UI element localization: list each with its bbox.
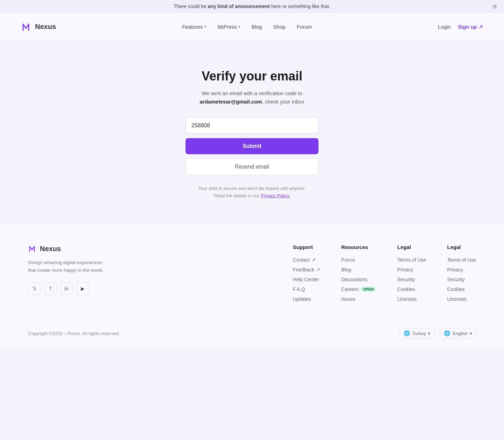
privacy-policy-link[interactable]: Privacy Policy. <box>261 193 290 198</box>
privacy-note: Your data is secure and won't be shared … <box>198 185 306 200</box>
footer-link-terms-1[interactable]: Terms of Use <box>397 257 426 263</box>
region-label: Turkey <box>412 331 426 336</box>
footer-link-pocco[interactable]: Pocco <box>341 257 376 263</box>
logo[interactable]: Nexus <box>21 21 56 33</box>
page-title: Verify your email <box>202 69 302 84</box>
footer-link-feedback[interactable]: Feedback ↗ <box>293 267 320 272</box>
language-label: English <box>453 331 468 336</box>
copyright-text: Copyright ©2023 – Pucco. All rights rese… <box>28 331 120 336</box>
footer-col-support: Support Contact ↗ Feedback ↗ Help Center… <box>293 244 320 302</box>
twitter-icon[interactable]: 𝕏 <box>28 282 41 295</box>
footer-logo: Nexus <box>28 244 103 253</box>
nav-bbpress[interactable]: bbPress ▾ <box>218 24 240 30</box>
footer-link-privacy-1[interactable]: Privacy <box>397 267 426 272</box>
verify-form: Submit Resend email <box>186 117 318 175</box>
footer-link-careers[interactable]: Careers OPEN <box>341 286 376 292</box>
footer-col-resources: Resources Pocco Blog Discussions Careers… <box>341 244 376 302</box>
nav-features[interactable]: Features ▾ <box>182 24 206 30</box>
footer-col-legal-2-heading: Legal <box>447 244 476 250</box>
verify-email: ardametesar@gmail.com <box>200 99 262 105</box>
nav-actions: Login Sign up ↗ <box>438 24 483 30</box>
footer-col-support-heading: Support <box>293 244 320 250</box>
facebook-icon[interactable]: f <box>44 282 57 295</box>
banner-text: There could be any kind of announcement … <box>174 3 330 9</box>
chevron-down-icon: ▾ <box>238 24 240 29</box>
footer-link-licenses-2[interactable]: Licenses <box>447 296 476 302</box>
footer: Nexus Design amazing digital experiences… <box>0 223 504 349</box>
linkedin-icon[interactable]: in <box>60 282 73 295</box>
footer-col-legal-1: Legal Terms of Use Privacy Security Cook… <box>397 244 426 302</box>
footer-link-cookies-2[interactable]: Cookies <box>447 286 476 292</box>
footer-columns: Support Contact ↗ Feedback ↗ Help Center… <box>124 244 476 302</box>
nav-shop[interactable]: Shop <box>273 24 286 30</box>
footer-link-cookies-1[interactable]: Cookies <box>397 286 426 292</box>
footer-link-security-1[interactable]: Security <box>397 277 426 282</box>
footer-link-blog[interactable]: Blog <box>341 267 376 272</box>
footer-col-resources-heading: Resources <box>341 244 376 250</box>
footer-link-licenses-1[interactable]: Licenses <box>397 296 426 302</box>
footer-language-selectors: 🌐 Turkey ▾ 🌐 English ▾ <box>400 328 476 339</box>
chevron-down-icon: ▾ <box>428 331 430 336</box>
footer-tagline: Design amazing digital experiences that … <box>28 259 103 274</box>
logo-text: Nexus <box>35 23 56 31</box>
footer-link-security-2[interactable]: Security <box>447 277 476 282</box>
chevron-down-icon: ▾ <box>204 24 206 29</box>
footer-brand: Nexus Design amazing digital experiences… <box>28 244 103 302</box>
footer-link-updates[interactable]: Updates <box>293 296 320 302</box>
social-icons: 𝕏 f in ▶ <box>28 282 103 295</box>
main-nav: Features ▾ bbPress ▾ Blog Shop Forum <box>182 24 312 30</box>
nav-forum[interactable]: Forum <box>297 24 312 30</box>
footer-col-legal-2: Legal Terms of Use Privacy Security Cook… <box>447 244 476 302</box>
footer-link-privacy-2[interactable]: Privacy <box>447 267 476 272</box>
chevron-down-icon: ▾ <box>470 331 472 336</box>
footer-link-issues[interactable]: Issues <box>341 296 376 302</box>
footer-link-discussions[interactable]: Discussions <box>341 277 376 282</box>
nav-blog[interactable]: Blog <box>252 24 262 30</box>
footer-top: Nexus Design amazing digital experiences… <box>28 244 476 302</box>
announcement-banner: There could be any kind of announcement … <box>0 0 504 13</box>
footer-col-legal-1-heading: Legal <box>397 244 426 250</box>
footer-link-terms-2[interactable]: Terms of Use <box>447 257 476 263</box>
translate-icon: 🌐 <box>444 330 450 336</box>
login-button[interactable]: Login <box>438 24 451 30</box>
footer-logo-text: Nexus <box>40 245 61 253</box>
submit-button[interactable]: Submit <box>186 138 318 154</box>
region-selector[interactable]: 🌐 Turkey ▾ <box>400 328 434 339</box>
external-link-icon: ↗ <box>478 24 483 30</box>
language-selector[interactable]: 🌐 English ▾ <box>440 328 476 339</box>
verify-description: We sent an email with a verification cod… <box>200 89 304 106</box>
header: Nexus Features ▾ bbPress ▾ Blog Shop For… <box>0 13 504 41</box>
footer-link-help-center[interactable]: Help Center <box>293 277 320 282</box>
youtube-icon[interactable]: ▶ <box>76 282 89 295</box>
banner-close-button[interactable]: ⊗ <box>492 3 497 10</box>
footer-bottom: Copyright ©2023 – Pucco. All rights rese… <box>28 319 476 339</box>
globe-icon: 🌐 <box>404 330 410 336</box>
resend-email-button[interactable]: Resend email <box>186 158 318 175</box>
main-content: Verify your email We sent an email with … <box>0 41 504 223</box>
verification-code-input[interactable] <box>186 117 318 134</box>
footer-link-faq[interactable]: F.A.Q <box>293 286 320 292</box>
signup-button[interactable]: Sign up ↗ <box>458 24 483 30</box>
footer-link-contact[interactable]: Contact ↗ <box>293 257 320 263</box>
